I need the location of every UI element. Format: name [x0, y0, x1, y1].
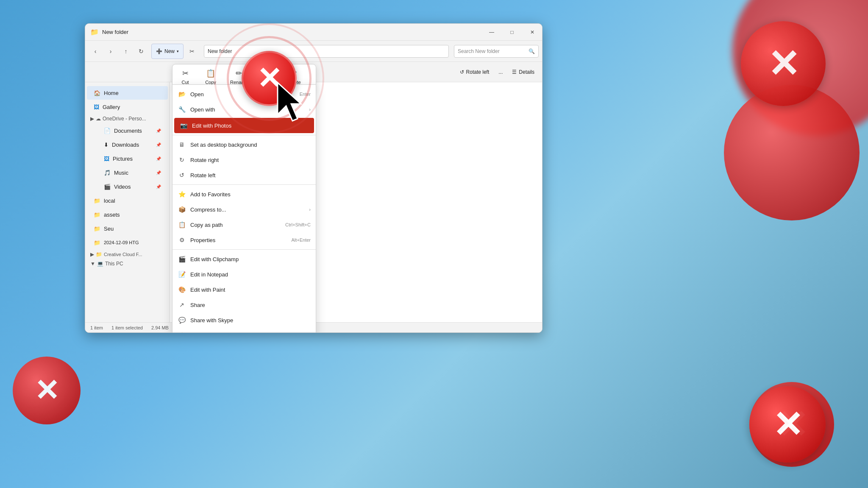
search-icon: 🔍: [529, 48, 535, 54]
separator-1: [172, 135, 316, 135]
maximize-button[interactable]: □: [502, 24, 522, 41]
paint-icon: 🎨: [178, 285, 186, 294]
ctx-compress[interactable]: 📦 Compress to... ›: [172, 202, 316, 217]
explorer-window: 📁 New folder — □ ✕ ‹ › ↑ ↻ ➕ New ▾ ✂ New…: [85, 23, 542, 333]
address-bar[interactable]: New folder: [204, 45, 449, 58]
sidebar-item-date-folder[interactable]: 📁 2024-12-09 HTG: [87, 236, 168, 249]
up-button[interactable]: ↑: [119, 45, 133, 58]
open-icon: 📂: [178, 90, 186, 98]
ctx-copy-path[interactable]: 📋 Copy as path Ctrl+Shift+C: [172, 217, 316, 232]
rename-icon: ✏: [236, 69, 242, 78]
bg-bubble-bottom-left: ✕: [13, 357, 81, 424]
sidebar-section-onedrive[interactable]: ▶ ☁ OneDrive - Perso...: [85, 114, 170, 123]
share-menu-icon: ↗: [178, 301, 186, 309]
address-path: New folder: [208, 48, 232, 54]
item-count: 1 item: [90, 325, 103, 330]
more-button[interactable]: ...: [494, 64, 507, 80]
music-icon: 🎵: [104, 170, 111, 176]
back-button[interactable]: ‹: [89, 45, 102, 58]
sidebar-item-assets[interactable]: 📁 assets: [87, 208, 168, 221]
minimize-button[interactable]: —: [482, 24, 501, 41]
expand-icon: ▶: [90, 116, 94, 122]
pin-icon-pic: 📌: [156, 156, 161, 161]
sidebar-item-music[interactable]: 🎵 Music 📌: [87, 166, 168, 179]
rotate-right-icon: ↻: [178, 156, 186, 164]
ctx-copy-button[interactable]: 📋 Copy: [201, 67, 220, 86]
rotate-left-button[interactable]: ↺ Rotate left: [456, 64, 494, 80]
compress-arrow: ›: [309, 207, 311, 212]
ctx-edit-clipchamp[interactable]: 🎬 Edit with Clipchamp: [172, 251, 316, 267]
close-button[interactable]: ✕: [523, 24, 542, 41]
folder-icon-cc: 📁: [96, 251, 102, 257]
new-icon: ➕: [156, 48, 162, 54]
sidebar-section-creative[interactable]: ▶ 📁 Creative Cloud F...: [85, 250, 170, 259]
documents-icon: 📄: [104, 128, 111, 134]
expand-icon-cc: ▶: [90, 251, 94, 257]
editphotos-icon: 📷: [179, 121, 188, 130]
sidebar-item-gallery[interactable]: 🖼 Gallery: [87, 100, 168, 114]
copypath-icon: 📋: [178, 220, 186, 229]
folder-icon-seu: 📁: [94, 226, 100, 232]
sidebar-item-documents[interactable]: 📄 Documents 📌: [87, 124, 168, 137]
forward-button[interactable]: ›: [104, 45, 117, 58]
ctx-share[interactable]: ↗ Share: [172, 297, 316, 312]
pin-icon-mus: 📌: [156, 170, 161, 175]
pictures-icon: 🖼: [104, 156, 109, 162]
ctx-edit-paint[interactable]: 🎨 Edit with Paint: [172, 282, 316, 297]
ctx-edit-notepad[interactable]: 📝 Edit in Notepad: [172, 267, 316, 282]
sidebar-item-pictures[interactable]: 🖼 Pictures 📌: [87, 152, 168, 165]
thispc-icon: 💻: [97, 261, 103, 267]
notepad-icon: 📝: [178, 270, 186, 279]
details-button[interactable]: ☰ Details: [508, 64, 539, 80]
sidebar-section-thispc[interactable]: ▼ 💻 This PC: [85, 259, 170, 268]
copy-icon: 📋: [206, 69, 215, 78]
videos-icon: 🎬: [104, 184, 111, 190]
collapse-icon-pc: ▼: [90, 261, 95, 267]
ctx-share-skype[interactable]: 💬 Share with Skype: [172, 312, 316, 328]
nav-toolbar: ‹ › ↑ ↻ ➕ New ▾ ✂ New folder Search New …: [85, 41, 542, 62]
window-title: New folder: [102, 29, 537, 35]
sidebar-item-local[interactable]: 📁 local: [87, 194, 168, 207]
bg-red-circle-bottomright: ✕: [749, 386, 826, 463]
ctx-rotate-left[interactable]: ↺ Rotate left: [172, 167, 316, 183]
bg-red-circle-topright: ✕: [741, 21, 826, 106]
item-selected: 1 item selected: [111, 325, 143, 330]
ctx-open-with[interactable]: 🔧 Open with ›: [172, 102, 316, 117]
new-button[interactable]: ➕ New ▾: [151, 44, 184, 59]
compress-icon: 📦: [178, 205, 186, 214]
ctx-winrar[interactable]: 📦 WinRAR ›: [172, 328, 316, 333]
sidebar-item-downloads[interactable]: ⬇ Downloads 📌: [87, 138, 168, 151]
ctx-rename-button[interactable]: ✏ Rename: [227, 67, 251, 86]
ctx-cut-button[interactable]: ✂ Cut: [176, 67, 195, 86]
sidebar-item-seu[interactable]: 📁 Seu: [87, 222, 168, 235]
sidebar: 🏠 Home 🖼 Gallery ▶ ☁ OneDrive - Perso...…: [85, 82, 170, 332]
favorites-icon: ⭐: [178, 190, 186, 198]
search-box[interactable]: Search New folder 🔍: [454, 45, 539, 58]
separator-2: [172, 184, 316, 185]
ctx-edit-photos[interactable]: 📷 Edit with Photos: [174, 118, 314, 133]
folder-icon-local: 📁: [94, 198, 100, 204]
ctx-add-favorites[interactable]: ⭐ Add to Favorites: [172, 187, 316, 202]
sidebar-item-videos[interactable]: 🎬 Videos 📌: [87, 180, 168, 193]
ctx-share-button[interactable]: ↗ Share: [258, 67, 277, 86]
ctx-properties[interactable]: ⚙ Properties Alt+Enter: [172, 232, 316, 248]
pin-icon: 📌: [156, 128, 161, 133]
separator-3: [172, 249, 316, 250]
refresh-button[interactable]: ↻: [134, 45, 148, 58]
search-placeholder: Search New folder: [458, 48, 500, 54]
pin-icon-dl: 📌: [156, 142, 161, 147]
folder-icon-assets: 📁: [94, 212, 100, 218]
cut-toolbar-button[interactable]: ✂: [185, 45, 199, 58]
sidebar-item-home[interactable]: 🏠 Home: [87, 86, 168, 100]
onedrive-icon: ☁: [96, 116, 101, 122]
ctx-delete-button[interactable]: 🗑 Delete: [284, 67, 304, 86]
openwith-icon: 🔧: [178, 105, 186, 114]
details-icon: ☰: [512, 69, 517, 75]
pin-icon-vid: 📌: [156, 184, 161, 189]
bg-bubble-right: [724, 85, 860, 220]
ctx-open[interactable]: 📂 Open Enter: [172, 86, 316, 102]
ctx-set-desktop[interactable]: 🖥 Set as desktop background: [172, 137, 316, 152]
skype-icon: 💬: [178, 316, 186, 324]
ctx-rotate-right[interactable]: ↻ Rotate right: [172, 152, 316, 167]
rotate-left-icon: ↺: [178, 171, 186, 179]
